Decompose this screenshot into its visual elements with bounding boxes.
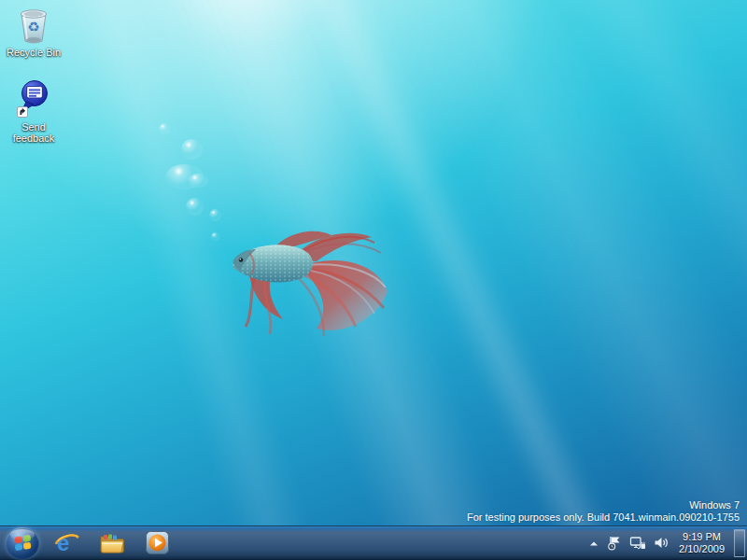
bubble (188, 174, 208, 188)
desktop-icon-recycle-bin[interactable]: ♻ Recycle Bin (6, 5, 62, 58)
light-ray (665, 0, 747, 560)
desktop-icon-send-feedback[interactable]: Send feedback (6, 79, 62, 144)
flag-icon (607, 536, 622, 551)
desktop-icon-label: Send feedback (6, 121, 62, 144)
watermark-build-string: For testing purposes only. Build 7041.wi… (467, 511, 740, 524)
bubble (211, 232, 219, 241)
clock-date: 2/10/2009 (679, 543, 725, 555)
taskbar-button-windows-media-player[interactable] (134, 525, 179, 560)
light-ray (238, 0, 677, 560)
betta-fish-wallpaper-image (227, 222, 395, 343)
folder-icon (99, 531, 125, 555)
system-tray: 9:19 PM 2/10/2009 (585, 525, 747, 560)
volume-button[interactable] (650, 525, 673, 560)
desktop-icon-label: Recycle Bin (6, 47, 62, 58)
watermark-os-name: Windows 7 (467, 499, 740, 511)
light-ray (317, 0, 747, 560)
light-ray (492, 0, 747, 560)
light-ray (125, 0, 567, 560)
svg-text:e: e (57, 530, 69, 555)
taskbar-clock[interactable]: 9:19 PM 2/10/2009 (673, 531, 731, 555)
start-button[interactable] (6, 527, 39, 559)
recycle-bin-icon: ♻ (13, 5, 54, 46)
network-icon (629, 536, 646, 551)
action-center-button[interactable] (603, 525, 626, 560)
light-ray (28, 0, 367, 560)
pinned-apps: e (45, 525, 179, 560)
show-hidden-icons-button[interactable] (585, 525, 603, 560)
internet-explorer-icon: e (54, 530, 80, 556)
network-status-button[interactable] (626, 525, 650, 560)
show-desktop-button[interactable] (734, 529, 745, 557)
bubble (159, 123, 170, 134)
build-watermark: Windows 7 For testing purposes only. Bui… (467, 499, 740, 524)
bubble (186, 198, 204, 216)
clock-time: 9:19 PM (679, 531, 725, 543)
bubble (209, 209, 221, 221)
bubble (181, 139, 203, 160)
bubble (165, 164, 204, 189)
chevron-up-icon (588, 539, 599, 547)
desktop: ♻ Recycle Bin Send feedback Windows 7 Fo… (0, 0, 747, 560)
speaker-icon (654, 536, 669, 550)
svg-text:♻: ♻ (27, 19, 39, 35)
windows-logo-icon (14, 534, 31, 552)
taskbar-button-internet-explorer[interactable]: e (45, 525, 90, 560)
send-feedback-icon (13, 79, 54, 120)
taskbar: e (0, 525, 747, 560)
taskbar-button-windows-explorer[interactable] (90, 525, 134, 560)
media-player-icon (145, 530, 170, 555)
